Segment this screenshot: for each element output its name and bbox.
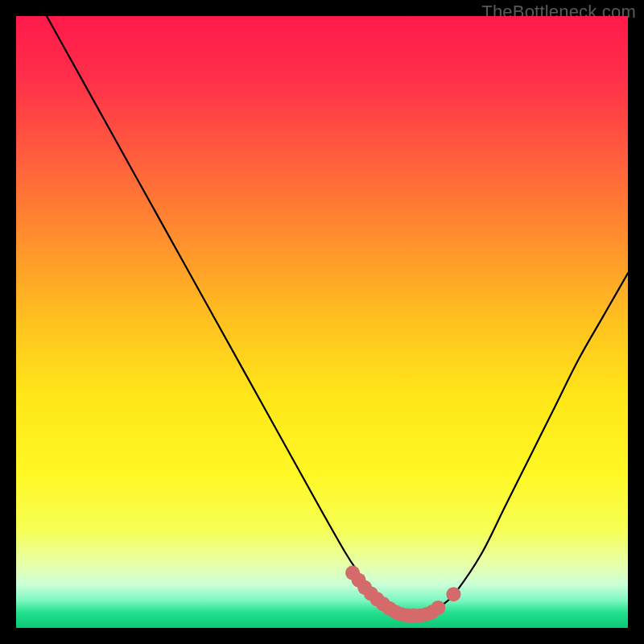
chart-frame: TheBottleneck.com [0,0,644,644]
chart-svg [16,16,628,628]
marker-dot [431,601,445,615]
plot-area [16,16,628,628]
gradient-background [16,16,628,628]
marker-dot [446,587,460,601]
